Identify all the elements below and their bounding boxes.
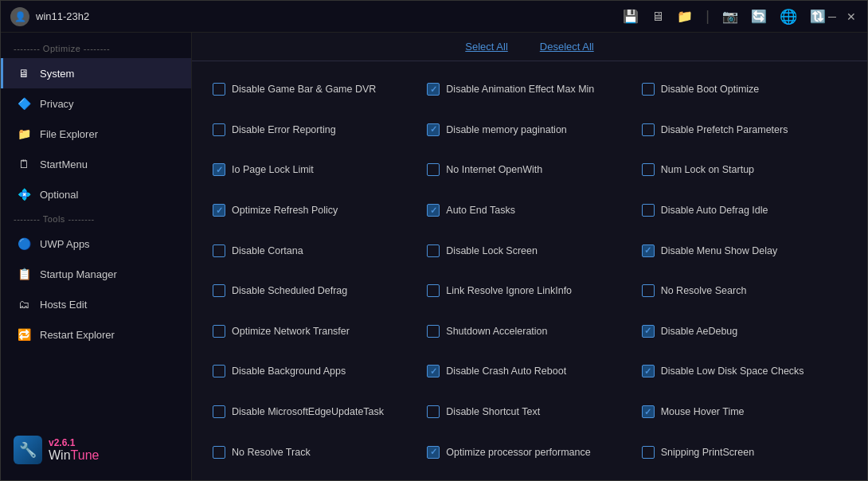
- checkbox-box[interactable]: ✓: [427, 365, 440, 377]
- sidebar-item-uwp-apps[interactable]: 🔵 UWP Apps: [1, 229, 191, 259]
- checkbox-box[interactable]: ✓: [642, 325, 655, 338]
- optional-icon: 💠: [16, 186, 32, 202]
- checkbox-box[interactable]: ✓: [642, 405, 655, 418]
- checkbox-box[interactable]: [642, 446, 655, 459]
- checkbox-box[interactable]: [427, 405, 440, 418]
- checkbox-item[interactable]: Disable Background Apps: [208, 351, 422, 392]
- sidebar-item-privacy[interactable]: 🔷 Privacy: [1, 88, 191, 119]
- checkbox-item[interactable]: Link Resolve Ignore LinkInfo: [422, 271, 636, 311]
- checkbox-label: Disable Cortana: [232, 245, 303, 256]
- checkbox-item[interactable]: Disable Error Reporting: [208, 110, 422, 151]
- checkbox-box[interactable]: [427, 244, 440, 257]
- checkbox-item[interactable]: ✓Mouse Hover Time: [637, 392, 851, 432]
- save-icon[interactable]: 💾: [623, 9, 639, 24]
- checkbox-box[interactable]: ✓: [427, 123, 440, 136]
- checkbox-item[interactable]: ✓Disable AeDebug: [637, 311, 851, 352]
- checkbox-item[interactable]: ✓Disable memory pagination: [422, 110, 636, 151]
- checkbox-item[interactable]: No Resolve Search: [637, 271, 851, 311]
- checkbox-item[interactable]: ✓Optimize Refresh Policy: [208, 190, 422, 231]
- checkbox-label: Disable Boot Optimize: [661, 84, 760, 95]
- camera-icon[interactable]: 📷: [722, 9, 738, 24]
- checkbox-item[interactable]: Disable Auto Defrag Idle: [637, 190, 851, 231]
- minimize-button[interactable]: ─: [826, 10, 839, 23]
- title-bar-controls: ─ ✕: [826, 10, 858, 23]
- sidebar-item-restart-explorer[interactable]: 🔁 Restart Explorer: [1, 319, 191, 350]
- checkbox-box[interactable]: [642, 163, 655, 176]
- checkbox-item[interactable]: ✓Disable Animation Effect Max Min: [422, 69, 636, 110]
- globe-icon[interactable]: 🌐: [780, 8, 797, 25]
- checkbox-box[interactable]: ✓: [642, 365, 655, 377]
- checkbox-item[interactable]: Snipping PrintScreen: [637, 432, 851, 472]
- sidebar-label-startup-manager: Startup Manager: [40, 268, 117, 280]
- checkbox-box[interactable]: [642, 284, 655, 297]
- checkbox-label: Num Lock on Startup: [661, 164, 754, 175]
- close-button[interactable]: ✕: [845, 10, 858, 23]
- sidebar-item-file-explorer[interactable]: 📁 File Explorer: [1, 119, 191, 149]
- checkbox-item[interactable]: Disable Prefetch Parameters: [637, 110, 851, 151]
- checkbox-item[interactable]: ✓Disable Menu Show Delay: [637, 230, 851, 271]
- checkbox-box[interactable]: [213, 123, 225, 136]
- checkbox-label: Disable Animation Effect Max Min: [446, 84, 594, 95]
- deselect-all-button[interactable]: Deselect All: [540, 41, 594, 53]
- optimize-section-label: -------- Optimize --------: [1, 39, 191, 58]
- checkbox-item[interactable]: Disable Boot Optimize: [637, 69, 851, 110]
- main-layout: -------- Optimize -------- 🖥 System 🔷 Pr…: [1, 33, 867, 480]
- checkbox-item[interactable]: ✓Optimize processor performance: [422, 432, 636, 472]
- sidebar-item-hosts-edit[interactable]: 🗂 Hosts Edit: [1, 289, 191, 319]
- content-area: Select All Deselect All Disable Game Bar…: [192, 33, 867, 480]
- checkbox-box[interactable]: ✓: [213, 163, 225, 176]
- checkbox-box[interactable]: [427, 325, 440, 338]
- content-header: Select All Deselect All: [192, 33, 867, 61]
- restart-icon: 🔁: [16, 327, 32, 342]
- checkbox-box[interactable]: [642, 83, 655, 96]
- checkbox-item[interactable]: ✓Disable Crash Auto Reboot: [422, 351, 636, 392]
- sidebar-item-startmenu[interactable]: 🗒 StartMenu: [1, 149, 191, 179]
- checkbox-box[interactable]: ✓: [427, 204, 440, 217]
- checkbox-box[interactable]: [213, 365, 225, 377]
- checkbox-box[interactable]: [427, 163, 440, 176]
- brand-icon: 🔧: [14, 436, 42, 464]
- checkbox-box[interactable]: [642, 123, 655, 136]
- checkbox-item[interactable]: Shutdown Acceleration: [422, 311, 636, 352]
- sidebar-label-restart-explorer: Restart Explorer: [40, 329, 115, 341]
- checkbox-item[interactable]: ✓Io Page Lock Limit: [208, 150, 422, 190]
- checkbox-label: Disable AeDebug: [661, 326, 738, 337]
- sidebar-item-system[interactable]: 🖥 System: [1, 58, 191, 88]
- checkbox-item[interactable]: Optimize Network Transfer: [208, 311, 422, 352]
- uwp-icon: 🔵: [16, 236, 32, 252]
- checkbox-box[interactable]: [642, 204, 655, 217]
- checkbox-box[interactable]: ✓: [213, 204, 225, 217]
- checkbox-item[interactable]: ✓Auto End Tasks: [422, 190, 636, 231]
- checkbox-box[interactable]: ✓: [427, 83, 440, 96]
- checkbox-box[interactable]: [213, 244, 225, 257]
- checkbox-item[interactable]: No Resolve Track: [208, 432, 422, 472]
- checkbox-label: Disable Lock Screen: [446, 245, 538, 256]
- checkbox-box[interactable]: [213, 325, 225, 338]
- checkbox-item[interactable]: Disable Cortana: [208, 230, 422, 271]
- checkbox-item[interactable]: No Internet OpenWith: [422, 150, 636, 190]
- checkbox-item[interactable]: Disable Game Bar & Game DVR: [208, 69, 422, 110]
- display-icon[interactable]: 🖥: [651, 10, 664, 24]
- history-icon[interactable]: 🔄: [751, 9, 767, 24]
- folder-icon[interactable]: 📁: [677, 9, 693, 24]
- select-all-button[interactable]: Select All: [465, 41, 507, 53]
- checkbox-box[interactable]: ✓: [642, 244, 655, 257]
- checkbox-label: No Resolve Track: [232, 447, 311, 458]
- checkbox-label: Disable Crash Auto Reboot: [446, 366, 566, 377]
- checkbox-item[interactable]: Disable Shortcut Text: [422, 392, 636, 432]
- checkbox-box[interactable]: [213, 446, 225, 459]
- sidebar-item-optional[interactable]: 💠 Optional: [1, 179, 191, 209]
- checkbox-item[interactable]: Disable MicrosoftEdgeUpdateTask: [208, 392, 422, 432]
- sidebar-label-file-explorer: File Explorer: [40, 128, 98, 140]
- checkbox-box[interactable]: ✓: [427, 446, 440, 459]
- checkbox-item[interactable]: Num Lock on Startup: [637, 150, 851, 190]
- checkbox-item[interactable]: Disable Lock Screen: [422, 230, 636, 271]
- refresh-icon[interactable]: 🔃: [810, 9, 826, 24]
- checkbox-item[interactable]: Disable Scheduled Defrag: [208, 271, 422, 311]
- checkbox-box[interactable]: [427, 284, 440, 297]
- checkbox-box[interactable]: [213, 83, 225, 96]
- checkbox-box[interactable]: [213, 405, 225, 418]
- sidebar-item-startup-manager[interactable]: 📋 Startup Manager: [1, 259, 191, 289]
- checkbox-item[interactable]: ✓Disable Low Disk Space Checks: [637, 351, 851, 392]
- checkbox-box[interactable]: [213, 284, 225, 297]
